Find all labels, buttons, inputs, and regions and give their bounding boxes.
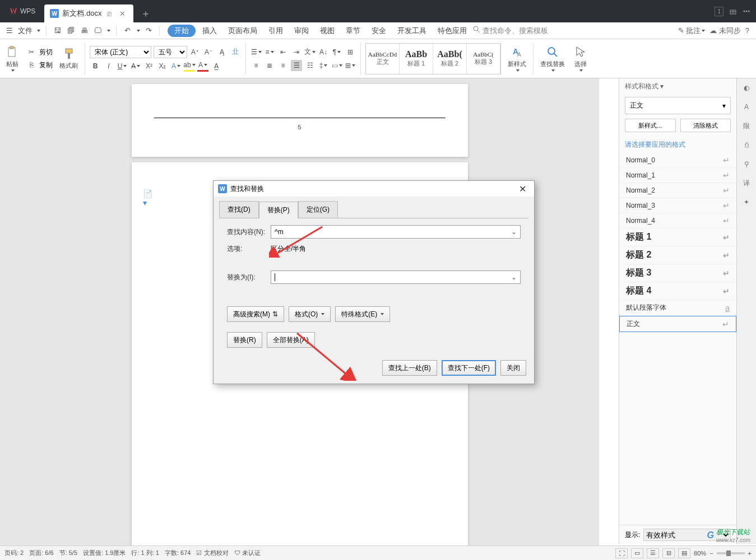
save-as-icon[interactable]: 🗐 bbox=[66, 26, 76, 36]
shrink-font-icon[interactable]: A⁻ bbox=[203, 46, 214, 58]
show-formatting-icon[interactable]: ⊞ bbox=[345, 46, 356, 58]
shading-icon[interactable]: ▭ bbox=[331, 60, 342, 71]
tab-find[interactable]: 查找(D) bbox=[219, 201, 259, 218]
wps-logo[interactable]: WPS bbox=[2, 2, 42, 20]
view-read-icon[interactable]: ▤ bbox=[678, 548, 690, 558]
style-item-h4[interactable]: 标题 4↵ bbox=[619, 282, 736, 300]
tool-tools-icon[interactable]: ✦ bbox=[740, 196, 753, 208]
file-menu[interactable]: 文件 bbox=[18, 26, 33, 36]
view-print-icon[interactable]: ▭ bbox=[631, 548, 643, 558]
help-icon[interactable]: ? bbox=[745, 26, 749, 35]
align-right-icon[interactable]: ≡ bbox=[277, 60, 289, 71]
styles-panel-title[interactable]: 样式和格式 ▾ bbox=[619, 78, 736, 95]
find-next-button[interactable]: 查找下一处(F) bbox=[442, 360, 496, 376]
italic-icon[interactable]: I bbox=[103, 60, 114, 72]
bullets-icon[interactable]: ☰ bbox=[251, 46, 262, 58]
special-format-button[interactable]: 特殊格式(E) bbox=[335, 306, 390, 322]
menu-insert[interactable]: 插入 bbox=[197, 22, 222, 39]
style-item-h3[interactable]: 标题 3↵ bbox=[619, 264, 736, 282]
menu-security[interactable]: 安全 bbox=[366, 22, 392, 39]
format-painter-button[interactable]: 格式刷 bbox=[57, 45, 80, 72]
zoom-out-icon[interactable]: − bbox=[709, 550, 713, 557]
font-family-select[interactable]: 宋体 (正文) bbox=[90, 46, 151, 58]
zoom-slider[interactable] bbox=[717, 552, 745, 554]
styles-list[interactable]: Normal_0↵ Normal_1↵ Normal_2↵ Normal_3↵ … bbox=[619, 153, 736, 525]
tab-replace[interactable]: 替换(P) bbox=[259, 202, 298, 218]
window-counter[interactable]: 1 bbox=[715, 7, 723, 16]
view-outline-icon[interactable]: ⊟ bbox=[662, 548, 675, 558]
justify-icon[interactable]: ☰ bbox=[291, 60, 302, 71]
borders-icon[interactable]: ⊞ bbox=[345, 60, 356, 71]
style-item-body[interactable]: 正文↵ bbox=[619, 316, 736, 332]
align-center-icon[interactable]: ≣ bbox=[264, 60, 275, 71]
subscript-icon[interactable]: X₂ bbox=[157, 60, 168, 72]
menu-chapter[interactable]: 章节 bbox=[340, 22, 366, 39]
tool-backup-icon[interactable]: ⎙ bbox=[740, 139, 753, 151]
line-spacing-icon[interactable]: ‡ bbox=[318, 60, 329, 71]
cut-button[interactable]: ✂剪切 bbox=[26, 46, 53, 58]
more-icon[interactable] bbox=[743, 7, 750, 15]
status-proof[interactable]: ☑ 文档校对 bbox=[196, 549, 228, 557]
numbering-icon[interactable]: ≡ bbox=[264, 46, 275, 58]
tab-close-icon[interactable]: ✕ bbox=[117, 10, 128, 18]
print-icon[interactable]: 🖶 bbox=[79, 26, 89, 36]
grow-font-icon[interactable]: A⁺ bbox=[189, 46, 201, 58]
style-item-normal3[interactable]: Normal_3↵ bbox=[619, 198, 736, 213]
current-style-display[interactable]: 正文▾ bbox=[625, 97, 731, 114]
status-section[interactable]: 节: 5/5 bbox=[59, 549, 77, 557]
paragraph-mark-icon[interactable]: 📄▾ bbox=[143, 193, 153, 203]
sort-icon[interactable]: A↓ bbox=[318, 46, 329, 58]
increase-indent-icon[interactable]: ⇥ bbox=[291, 46, 302, 58]
format-button[interactable]: 格式(O) bbox=[289, 306, 331, 322]
style-item-h1[interactable]: 标题 1↵ bbox=[619, 228, 736, 246]
style-item-default-font[interactable]: 默认段落字体a bbox=[619, 300, 736, 316]
highlight-icon[interactable]: ab bbox=[184, 60, 195, 72]
hamburger-icon[interactable]: ☰ bbox=[4, 26, 15, 36]
tab-monitor-icon[interactable]: ⎚ bbox=[105, 10, 114, 18]
style-h2[interactable]: AaBb(标题 2 bbox=[433, 44, 467, 74]
save-icon[interactable]: 🖫 bbox=[52, 26, 62, 36]
menu-layout[interactable]: 页面布局 bbox=[222, 22, 263, 39]
annotate-button[interactable]: ✎ 批注 bbox=[678, 26, 706, 36]
style-item-normal1[interactable]: Normal_1↵ bbox=[619, 168, 736, 183]
find-replace-button[interactable]: 查找替换 bbox=[538, 43, 567, 74]
menu-view[interactable]: 视图 bbox=[314, 22, 340, 39]
document-tab[interactable]: W 新文档.docx ⎚ ✕ bbox=[44, 4, 133, 22]
style-h1[interactable]: AaBb标题 1 bbox=[400, 44, 433, 74]
text-direction-icon[interactable]: 文 bbox=[304, 46, 316, 58]
advanced-search-button[interactable]: 高级搜索(M) ⇅ bbox=[227, 306, 284, 322]
style-normal[interactable]: AaBbCcDd正文 bbox=[366, 44, 400, 74]
new-style-button[interactable]: AA 新样式 bbox=[505, 43, 528, 74]
menu-dev[interactable]: 开发工具 bbox=[392, 22, 432, 39]
style-h3[interactable]: AaBbC(标题 3 bbox=[467, 44, 500, 74]
view-web-icon[interactable]: ☰ bbox=[647, 548, 659, 558]
status-words[interactable]: 字数: 674 bbox=[165, 549, 191, 557]
replace-input[interactable]: ⌄ bbox=[271, 270, 521, 284]
close-button[interactable]: 关闭 bbox=[500, 360, 526, 376]
bold-icon[interactable]: B bbox=[90, 60, 101, 72]
font-size-select[interactable]: 五号 bbox=[154, 46, 187, 58]
phonetic-guide-icon[interactable]: 㐀 bbox=[230, 46, 241, 58]
tool-share-icon[interactable]: ⚲ bbox=[740, 158, 753, 170]
underline-icon[interactable]: U bbox=[117, 60, 128, 72]
tool-limit-icon[interactable]: 限 bbox=[740, 120, 753, 132]
sync-status[interactable]: ☁ 未同步 bbox=[709, 26, 741, 36]
gift-icon[interactable] bbox=[729, 7, 737, 15]
style-item-normal0[interactable]: Normal_0↵ bbox=[619, 153, 736, 168]
superscript-icon[interactable]: X² bbox=[143, 60, 155, 72]
strikethrough-icon[interactable]: A̶ bbox=[130, 60, 141, 72]
status-page[interactable]: 页码: 2 bbox=[4, 549, 24, 557]
copy-button[interactable]: ⎘复制 bbox=[26, 59, 53, 71]
text-effects-icon[interactable]: A bbox=[170, 60, 182, 72]
dialog-close-icon[interactable]: ✕ bbox=[516, 183, 530, 195]
select-button[interactable]: 选择 bbox=[572, 43, 590, 74]
font-color-icon[interactable]: A bbox=[197, 60, 208, 72]
zoom-in-icon[interactable]: + bbox=[748, 550, 752, 557]
view-fullscreen-icon[interactable]: ⛶ bbox=[615, 548, 628, 558]
redo-icon[interactable]: ↷ bbox=[143, 26, 154, 36]
replace-all-button[interactable]: 全部替换(A) bbox=[267, 332, 315, 348]
print-preview-icon[interactable]: 🖵 bbox=[92, 26, 103, 36]
tool-properties-icon[interactable]: ◐ bbox=[740, 82, 753, 94]
find-prev-button[interactable]: 查找上一处(B) bbox=[382, 360, 437, 376]
distributed-icon[interactable]: ☷ bbox=[304, 60, 316, 71]
